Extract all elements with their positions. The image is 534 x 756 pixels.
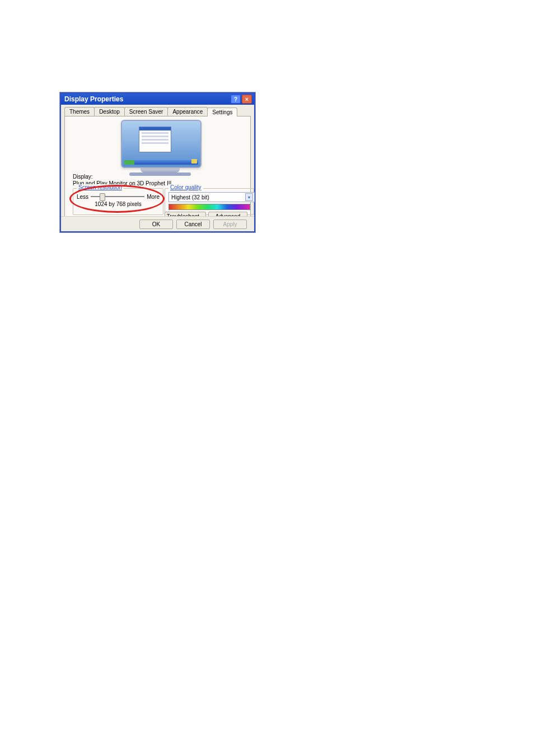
preview-taskbar-icon: [124, 160, 198, 165]
resolution-value: 1024 by 768 pixels: [77, 201, 160, 207]
tab-settings[interactable]: Settings: [207, 108, 237, 116]
ok-button[interactable]: OK: [139, 220, 173, 229]
color-quality-select[interactable]: Highest (32 bit) ▾: [168, 192, 255, 202]
monitor-screen: [121, 120, 202, 168]
apply-button[interactable]: Apply: [213, 220, 247, 229]
settings-panel: Display: Plug and Play Monitor on 3D Pro…: [64, 116, 251, 222]
color-quality-selected: Highest (32 bit): [171, 194, 209, 200]
apply-label: Apply: [223, 221, 237, 227]
slider-more-label: More: [147, 194, 160, 200]
slider-less-label: Less: [77, 194, 88, 200]
resolution-slider[interactable]: [91, 193, 144, 200]
tab-themes[interactable]: Themes: [64, 107, 95, 116]
tab-label: Desktop: [99, 109, 120, 115]
display-value-suffix: on 3D Prophet III: [128, 180, 171, 186]
tab-label: Screen Saver: [129, 109, 163, 115]
monitor-stand-icon: [140, 168, 180, 172]
color-spectrum-icon: [168, 204, 250, 210]
display-label: Display:: [73, 174, 93, 180]
screen-resolution-legend: Screen resolution: [78, 184, 122, 190]
cancel-label: Cancel: [184, 221, 202, 227]
close-button[interactable]: ×: [242, 95, 252, 104]
titlebar: Display Properties ? ×: [61, 94, 254, 105]
monitor-preview: [121, 120, 199, 176]
help-button[interactable]: ?: [231, 95, 241, 104]
monitor-base-icon: [129, 172, 191, 176]
preview-tray-icon: [191, 159, 197, 164]
cancel-button[interactable]: Cancel: [176, 220, 210, 229]
display-properties-window: Display Properties ? × Themes Desktop Sc…: [60, 92, 255, 232]
color-quality-legend: Color quality: [170, 184, 202, 190]
tab-desktop[interactable]: Desktop: [94, 107, 125, 116]
preview-start-icon: [124, 160, 134, 165]
dialog-footer: OK Cancel Apply: [61, 216, 254, 231]
color-quality-group: Color quality Highest (32 bit) ▾: [165, 188, 254, 215]
tab-label: Themes: [69, 109, 90, 115]
screen-resolution-group: Screen resolution Less More 1024 by 768 …: [73, 188, 163, 215]
help-icon: ?: [234, 96, 237, 102]
ok-label: OK: [152, 221, 160, 227]
close-icon: ×: [245, 96, 249, 102]
tab-label: Settings: [212, 109, 232, 115]
tab-appearance[interactable]: Appearance: [167, 107, 208, 116]
window-title: Display Properties: [64, 95, 123, 103]
chevron-down-icon: ▾: [245, 193, 253, 201]
tab-screen-saver[interactable]: Screen Saver: [124, 107, 168, 116]
tabs: Themes Desktop Screen Saver Appearance S…: [61, 105, 254, 116]
tab-label: Appearance: [172, 109, 203, 115]
slider-thumb-icon[interactable]: [100, 193, 105, 201]
preview-window-icon: [139, 127, 171, 152]
